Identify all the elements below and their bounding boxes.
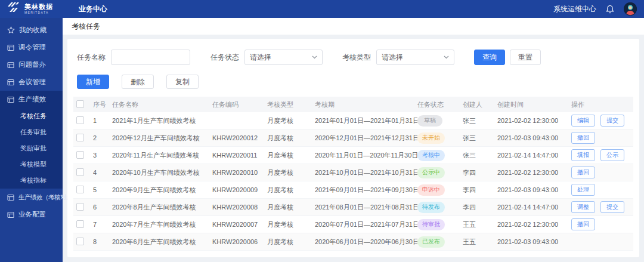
user-avatar[interactable] — [624, 2, 637, 16]
status-cell: 待审批 — [417, 219, 463, 230]
assess-period: 2020年12月01日—2021年12月31日 — [315, 134, 417, 143]
created-time: 2021-02-03 09:43:00 — [497, 134, 571, 141]
notification-bell-icon[interactable] — [606, 5, 614, 14]
assess-type: 月度考核 — [267, 220, 315, 229]
assess-period: 2020年11月01日—2020年11月30日 — [315, 151, 417, 160]
creator: 李四 — [463, 168, 497, 177]
menu-icon — [7, 194, 14, 201]
status-cell: 已发布 — [417, 236, 463, 248]
action-button[interactable]: 处理 — [571, 184, 595, 196]
task-code: KHRW2020008 — [212, 204, 267, 211]
sidebar-item-4[interactable]: 会议管理 — [0, 73, 63, 91]
nav-business-center[interactable]: 业务中心 — [79, 4, 107, 14]
row-actions: 处理 — [571, 184, 630, 196]
action-button[interactable]: 提交 — [600, 115, 624, 127]
sidebar-subitem[interactable]: 考核任务 — [0, 108, 63, 124]
action-button[interactable]: 编辑 — [571, 115, 595, 127]
task-status-select[interactable]: 请选择 — [244, 50, 323, 65]
creator: 王五 — [463, 220, 497, 229]
column-header: 任务状态 — [417, 100, 463, 109]
action-button[interactable]: 撤回 — [571, 167, 595, 178]
row-checkbox-cell — [76, 168, 93, 177]
task-name: 2020年6月生产车间绩效考核 — [112, 238, 212, 246]
sidebar-item-6[interactable]: 生产绩效（考核对象） — [0, 189, 63, 206]
status-cell: 考核中 — [417, 150, 463, 161]
assess-period: 2021年01月01日—2021年01月31日 — [315, 116, 417, 125]
action-button[interactable]: 调整 — [571, 201, 595, 213]
row-checkbox[interactable] — [76, 134, 84, 141]
sidebar-item-3[interactable]: 问题督办 — [0, 56, 63, 73]
task-code: KHRW2020011 — [212, 152, 267, 159]
row-checkbox[interactable] — [76, 203, 84, 211]
copy-button[interactable]: 复制 — [166, 75, 199, 89]
filter-row: 任务名称 任务状态 请选择 考核类型 请选择 查询 重置 — [73, 48, 633, 75]
row-checkbox-cell — [76, 116, 93, 125]
assess-period: 2021年10月01日—2021年10月31日 — [315, 168, 417, 177]
task-code: KHRW2020009 — [212, 186, 267, 193]
column-header: 操作 — [571, 100, 630, 109]
sidebar-item-1[interactable]: 我的收藏 — [0, 21, 63, 39]
task-code: KHRW2020006 — [212, 238, 267, 245]
created-time: 2021-02-02 12:30:00 — [497, 169, 571, 176]
table-row: 42020年10月生产车间绩效考核KHRW2020010月度考核2021年10月… — [73, 164, 633, 181]
action-button[interactable]: 提交 — [600, 201, 624, 213]
row-checkbox[interactable] — [76, 238, 84, 245]
table-header: 序号任务名称任务编码考核类型考核期任务状态创建人创建时间操作 — [73, 97, 633, 112]
row-actions: 填报公示 — [571, 149, 630, 161]
creator: 王五 — [463, 238, 497, 246]
row-checkbox[interactable] — [76, 168, 84, 176]
task-code: KHRW2020007 — [212, 221, 267, 228]
status-cell: 待发布 — [417, 202, 463, 213]
sidebar-subitem[interactable]: 奖励审批 — [0, 140, 63, 156]
sidebar-item-7[interactable]: 业务配置 — [0, 206, 63, 223]
sidebar-subitem[interactable]: 考核指标 — [0, 172, 63, 189]
column-header: 任务名称 — [112, 100, 212, 109]
status-badge: 待发布 — [417, 202, 445, 213]
delete-button[interactable]: 删除 — [122, 75, 154, 89]
assess-type: 月度考核 — [267, 134, 315, 143]
task-name: 2020年7月生产车间绩效考核 — [112, 220, 212, 229]
creator: 张三 — [463, 151, 497, 160]
column-header: 创建人 — [463, 100, 497, 109]
sidebar-item-label: 问题督办 — [18, 60, 46, 69]
sidebar-subitem[interactable]: 任务审批 — [0, 124, 63, 140]
assess-type: 月度考核 — [267, 168, 315, 177]
menu-icon — [7, 61, 14, 69]
search-button[interactable]: 查询 — [474, 50, 505, 65]
task-code: KHRW2020012 — [212, 134, 267, 141]
assess-type: 月度考核 — [267, 151, 315, 160]
action-button[interactable]: 公示 — [600, 149, 624, 161]
assess-type-select[interactable]: 请选择 — [376, 50, 454, 65]
reset-button[interactable]: 重置 — [510, 50, 541, 65]
select-all-checkbox[interactable] — [76, 100, 84, 108]
row-checkbox-cell — [76, 186, 93, 195]
action-button[interactable]: 撤回 — [571, 132, 595, 144]
row-index: 8 — [93, 238, 112, 245]
column-header: 序号 — [93, 100, 112, 109]
row-checkbox[interactable] — [76, 186, 84, 193]
menu-icon — [7, 96, 14, 103]
sidebar-item-label: 生产绩效 — [18, 95, 46, 104]
created-time: 2021-02-03 09:43:00 — [497, 186, 571, 193]
sidebar-item-2[interactable]: 调令管理 — [0, 39, 63, 56]
table-row: 12021年1月生产车间绩效考核月度考核2021年01月01日—2021年01月… — [73, 112, 633, 130]
toolbar: 新增 删除 复制 — [73, 75, 633, 97]
task-name-input[interactable] — [111, 50, 190, 65]
row-index: 2 — [93, 134, 112, 141]
action-button[interactable]: 填报 — [571, 149, 595, 161]
add-button[interactable]: 新增 — [77, 75, 109, 89]
sidebar-item-5[interactable]: 生产绩效 — [0, 91, 63, 108]
row-checkbox[interactable] — [76, 116, 84, 124]
task-name: 2020年10月生产车间绩效考核 — [112, 168, 212, 177]
row-index: 6 — [93, 204, 112, 211]
table-row: 52020年9月生产车间绩效考核KHRW2020009月度考核2021年09月0… — [73, 181, 633, 199]
app-logo: 美林数据 MERITDATA — [0, 2, 70, 16]
row-checkbox[interactable] — [76, 151, 84, 159]
sidebar-subitem[interactable]: 考核模型 — [0, 156, 63, 172]
row-checkbox[interactable] — [76, 220, 84, 228]
status-cell: 申诉中 — [417, 184, 463, 196]
assess-type-label: 考核类型 — [342, 53, 371, 63]
nav-ops-center[interactable]: 系统运维中心 — [553, 4, 596, 14]
action-button[interactable]: 撤回 — [571, 218, 595, 230]
chevron-down-icon — [444, 56, 449, 59]
